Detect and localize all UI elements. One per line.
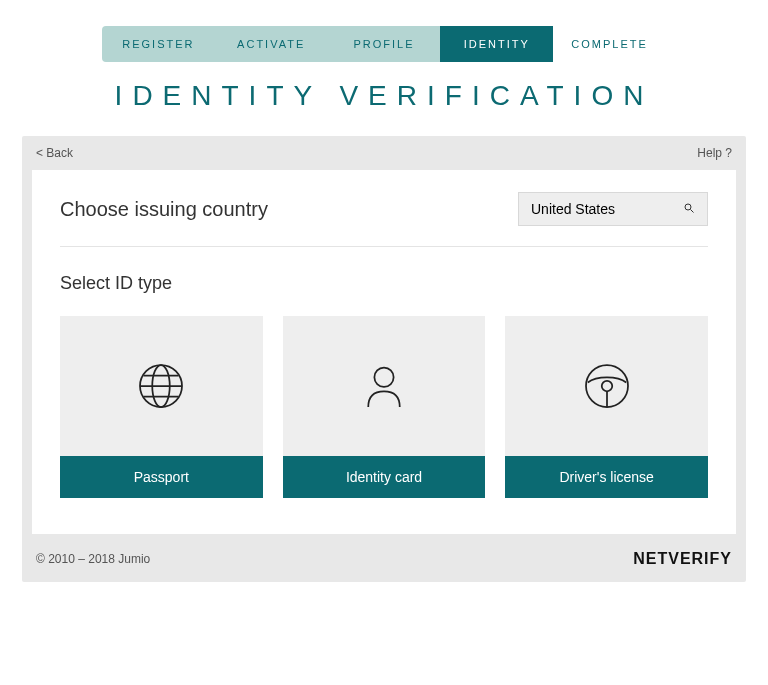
verification-panel: < Back Help ? Choose issuing country Uni… [22, 136, 746, 582]
back-link[interactable]: < Back [36, 146, 73, 160]
id-card-passport[interactable]: Passport [60, 316, 263, 498]
step-activate[interactable]: ACTIVATE [215, 26, 328, 62]
step-identity[interactable]: IDENTITY [440, 26, 553, 62]
person-icon [283, 316, 486, 456]
step-profile[interactable]: PROFILE [328, 26, 441, 62]
step-register[interactable]: REGISTER [102, 26, 215, 62]
steering-wheel-icon [505, 316, 708, 456]
copyright-text: © 2010 – 2018 Jumio [36, 552, 150, 566]
country-selector[interactable]: United States [518, 192, 708, 226]
card-label: Passport [60, 456, 263, 498]
svg-point-0 [685, 204, 691, 210]
svg-point-5 [374, 368, 393, 387]
step-complete[interactable]: COMPLETE [553, 26, 666, 62]
globe-icon [60, 316, 263, 456]
card-label: Identity card [283, 456, 486, 498]
select-id-heading: Select ID type [60, 273, 708, 294]
svg-point-7 [601, 381, 612, 392]
help-link[interactable]: Help ? [697, 146, 732, 160]
choose-country-heading: Choose issuing country [60, 198, 268, 221]
id-card-identity[interactable]: Identity card [283, 316, 486, 498]
svg-line-1 [691, 210, 694, 213]
card-label: Driver's license [505, 456, 708, 498]
brand-logo: NETVERIFY [633, 550, 732, 568]
search-icon [683, 201, 695, 217]
page-title: IDENTITY VERIFICATION [22, 80, 746, 112]
progress-stepper: REGISTER ACTIVATE PROFILE IDENTITY COMPL… [102, 26, 666, 62]
country-value: United States [531, 201, 615, 217]
id-card-drivers-license[interactable]: Driver's license [505, 316, 708, 498]
